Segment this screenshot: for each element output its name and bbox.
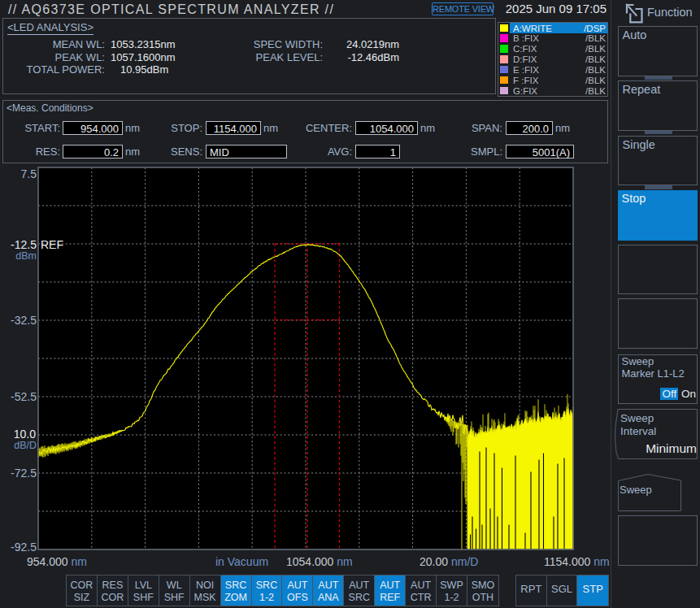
svg-text:Sweep: Sweep	[620, 484, 652, 496]
svg-text:Minimum: Minimum	[646, 441, 697, 455]
svg-text:Sweep: Sweep	[620, 412, 654, 424]
svg-text:Interval: Interval	[620, 425, 656, 437]
